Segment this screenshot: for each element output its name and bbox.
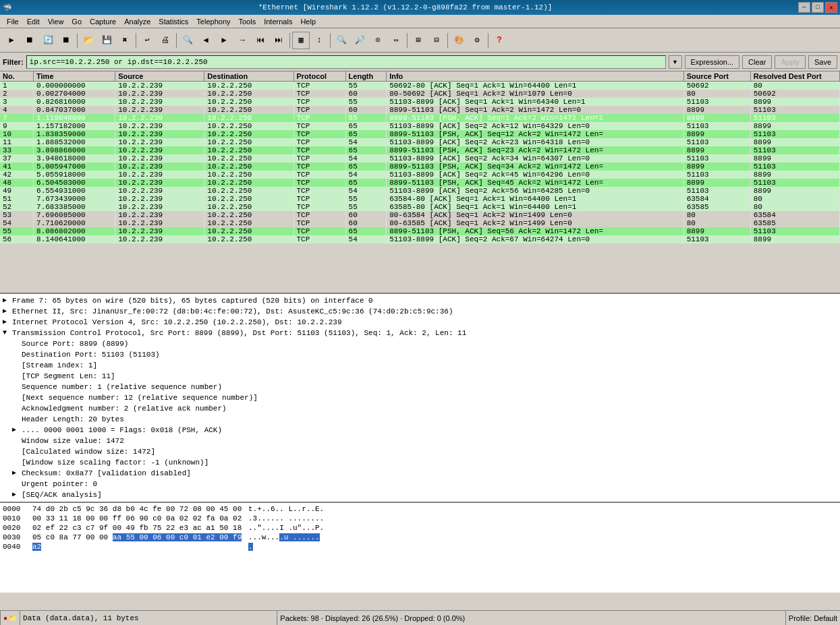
close-file-button[interactable]: ✖: [116, 32, 134, 49]
auto-scroll-button[interactable]: ↕: [310, 32, 328, 49]
close-button[interactable]: ✕: [825, 2, 837, 13]
table-row[interactable]: 91.15718200010.2.2.23910.2.2.250TCP65511…: [0, 122, 840, 130]
table-row[interactable]: 101.83835900010.2.2.23910.2.2.250TCP6588…: [0, 130, 840, 138]
zoom-in-button[interactable]: 🔍: [333, 32, 350, 49]
table-row[interactable]: 527.68338500010.2.2.23910.2.2.250TCP5563…: [0, 203, 840, 211]
hex-dump[interactable]: 000074 d0 2b c5 9c 36 d8 b0 4c fe 00 72 …: [0, 503, 840, 593]
detail-expander-icon[interactable]: ▶: [12, 490, 22, 500]
find-button[interactable]: 🔍: [179, 32, 196, 49]
table-row[interactable]: 425.05591800010.2.2.23910.2.2.250TCP5451…: [0, 171, 840, 179]
menu-item-telephony[interactable]: Telephony: [192, 17, 234, 26]
zoom-normal-button[interactable]: ⊙: [369, 32, 387, 49]
detail-expander-icon[interactable]: ▶: [3, 318, 12, 327]
detail-row[interactable]: ▼Transmission Control Protocol, Src Port…: [3, 328, 837, 338]
detail-expander-icon[interactable]: ▶: [12, 469, 22, 478]
open-button[interactable]: 📂: [80, 32, 97, 49]
capture-filter-button[interactable]: ⊞: [410, 32, 427, 49]
save-button[interactable]: Save: [808, 55, 837, 69]
minimize-button[interactable]: ─: [798, 2, 810, 13]
hex-ascii-highlight: .u ......: [279, 533, 319, 541]
table-row[interactable]: 40.84703700010.2.2.23910.2.2.250TCP60889…: [0, 106, 840, 114]
filter-label: Filter:: [3, 58, 24, 66]
save-button[interactable]: 💾: [98, 32, 115, 49]
go-last-button[interactable]: ⏭: [270, 32, 287, 49]
detail-text: Source Port: 8899 (8899): [22, 339, 837, 349]
menu-item-help[interactable]: Help: [296, 17, 320, 26]
hex-row: 002002 ef 22 c3 c7 9f 00 49 fb 75 22 e3 …: [3, 523, 837, 533]
col-sport: Source Port: [683, 71, 750, 82]
colorize-rules-button[interactable]: 🎨: [450, 32, 468, 49]
detail-row[interactable]: ▶[SEQ/ACK analysis]: [3, 489, 837, 500]
clear-button[interactable]: Clear: [742, 55, 772, 69]
restart-capture-button[interactable]: 🔄: [39, 32, 57, 49]
detail-row[interactable]: ▶Internet Protocol Version 4, Src: 10.2.…: [3, 317, 837, 328]
detail-row[interactable]: ▶.... 0000 0001 1000 = Flags: 0x018 (PSH…: [3, 425, 837, 436]
menu-item-go[interactable]: Go: [67, 17, 86, 26]
table-row[interactable]: 333.89886800010.2.2.23910.2.2.250TCP6588…: [0, 146, 840, 154]
table-row[interactable]: 111.88853200010.2.2.23910.2.2.250TCP5451…: [0, 138, 840, 146]
expression-button[interactable]: Expression...: [685, 55, 740, 69]
go-to-button[interactable]: →: [233, 32, 251, 49]
detail-expander-icon[interactable]: ▼: [3, 328, 12, 338]
table-row[interactable]: 415.00594700010.2.2.23910.2.2.250TCP6588…: [0, 162, 840, 171]
colorize-button[interactable]: ▦: [292, 32, 310, 49]
go-forward-button[interactable]: ▶: [215, 32, 233, 49]
status-packets: Packets: 98 · Displayed: 26 (26.5%) · Dr…: [277, 611, 785, 625]
statusbar: ● 📁 Data (data.data), 11 bytes Packets: …: [0, 610, 840, 625]
filter-dropdown-button[interactable]: ▼: [669, 55, 682, 69]
table-row[interactable]: 71.11004000010.2.2.23910.2.2.250TCP65889…: [0, 114, 840, 122]
hex-ascii: .."....I .u"...P.: [248, 523, 324, 533]
table-row[interactable]: 373.94861800010.2.2.23910.2.2.250TCP5451…: [0, 154, 840, 162]
help-button[interactable]: ?: [491, 32, 508, 49]
display-filter-button[interactable]: ⊟: [428, 32, 445, 49]
menu-item-view[interactable]: View: [44, 17, 68, 26]
menu-item-analyze[interactable]: Analyze: [120, 17, 155, 26]
table-row[interactable]: 558.08680200010.2.2.23910.2.2.250TCP6588…: [0, 227, 840, 235]
table-row[interactable]: 30.82681600010.2.2.23910.2.2.250TCP55511…: [0, 98, 840, 106]
zoom-out-button[interactable]: 🔎: [351, 32, 368, 49]
col-dport: Resolved Dest Port: [750, 71, 839, 82]
detail-expander-icon[interactable]: ▶: [12, 425, 22, 435]
detail-row: Destination Port: 51103 (51103): [3, 349, 837, 360]
col-source: Source: [115, 71, 204, 82]
packet-list-container[interactable]: No. Time Source Destination Protocol Len…: [0, 71, 840, 294]
preferences-button[interactable]: ⚙: [468, 32, 486, 49]
menu-item-edit[interactable]: Edit: [23, 17, 44, 26]
packet-detail[interactable]: ▶Frame 7: 65 bytes on wire (520 bits), 6…: [0, 294, 840, 503]
detail-row[interactable]: ▶Ethernet II, Src: JinanUsr_fe:00:72 (d8…: [3, 306, 837, 317]
detail-row: [Stream index: 1]: [3, 360, 837, 371]
detail-expander-icon[interactable]: ▶: [3, 296, 12, 305]
detail-text: Window size value: 1472: [22, 436, 837, 446]
resize-columns-button[interactable]: ⇔: [387, 32, 405, 49]
print-button[interactable]: 🖨: [157, 32, 174, 49]
reload-button[interactable]: ↩: [138, 32, 156, 49]
filter-input[interactable]: [26, 55, 666, 69]
start-capture-button[interactable]: ▶: [3, 32, 20, 49]
table-row[interactable]: 537.69608500010.2.2.23910.2.2.250TCP6080…: [0, 211, 840, 219]
stop-clear-button[interactable]: ⏹: [57, 32, 75, 49]
menu-item-capture[interactable]: Capture: [86, 17, 120, 26]
menu-item-tools[interactable]: Tools: [235, 17, 260, 26]
maximize-button[interactable]: □: [812, 2, 824, 13]
apply-button[interactable]: Apply: [775, 55, 806, 69]
menu-item-internals[interactable]: Internals: [260, 17, 296, 26]
menu-item-statistics[interactable]: Statistics: [155, 17, 192, 26]
hex-ascii: ...w....u ......: [248, 533, 320, 542]
detail-row[interactable]: ▶Checksum: 0x8a77 [validation disabled]: [3, 468, 837, 479]
status-capture-icon: ● 📁: [0, 611, 20, 625]
table-row[interactable]: 517.67343900010.2.2.23910.2.2.250TCP5563…: [0, 195, 840, 203]
table-row[interactable]: 20.00270400010.2.2.23910.2.2.250TCP6080-…: [0, 90, 840, 98]
detail-row[interactable]: ▶Frame 7: 65 bytes on wire (520 bits), 6…: [3, 295, 837, 306]
go-back-button[interactable]: ◀: [197, 32, 215, 49]
go-first-button[interactable]: ⏮: [252, 32, 269, 49]
detail-expander-icon[interactable]: ▶: [3, 307, 12, 316]
stop-capture-button[interactable]: ⏹: [21, 32, 38, 49]
table-row[interactable]: 10.00000000010.2.2.23910.2.2.250TCP55506…: [0, 82, 840, 90]
table-row[interactable]: 547.71062000010.2.2.23910.2.2.250TCP6080…: [0, 219, 840, 227]
menu-item-file[interactable]: File: [3, 17, 23, 26]
table-row[interactable]: 486.50450300010.2.2.23910.2.2.250TCP6588…: [0, 179, 840, 187]
table-row[interactable]: 568.14064100010.2.2.23910.2.2.250TCP5451…: [0, 235, 840, 243]
table-row[interactable]: 496.55493100010.2.2.23910.2.2.250TCP5451…: [0, 187, 840, 195]
detail-text: Sequence number: 1 (relative sequence nu…: [22, 382, 837, 392]
col-destination: Destination: [204, 71, 293, 82]
